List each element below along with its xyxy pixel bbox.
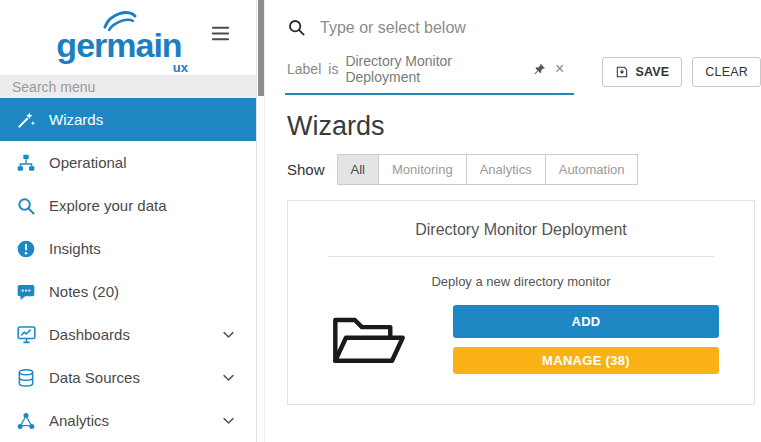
card-description: Deploy a new directory monitor bbox=[288, 274, 754, 289]
chevron-down-icon bbox=[221, 370, 236, 385]
pin-icon[interactable] bbox=[533, 63, 546, 76]
magic-wand-icon bbox=[14, 110, 38, 130]
sidebar-item-label: Explore your data bbox=[49, 197, 167, 214]
filter-operator: is bbox=[328, 61, 338, 77]
open-folder-icon bbox=[330, 311, 408, 368]
show-label: Show bbox=[287, 161, 325, 178]
sidebar-item-explore-your-data[interactable]: Explore your data bbox=[0, 184, 256, 227]
page-title: Wizards bbox=[287, 111, 761, 142]
add-button[interactable]: ADD bbox=[453, 305, 719, 338]
main-content: Label is Directory Monitor Deployment × bbox=[265, 0, 761, 442]
manage-button[interactable]: MANAGE (38) bbox=[453, 347, 719, 374]
global-search-bar bbox=[277, 0, 761, 47]
sidebar-menu: Wizards Operational bbox=[0, 98, 256, 442]
sitemap-icon bbox=[14, 153, 38, 173]
sidebar-item-label: Data Sources bbox=[49, 369, 140, 386]
vertical-scrollbar[interactable] bbox=[256, 0, 265, 442]
sidebar-item-label: Insights bbox=[49, 240, 101, 257]
clear-button-label: CLEAR bbox=[705, 65, 748, 79]
tab-monitoring[interactable]: Monitoring bbox=[378, 154, 467, 185]
sidebar-item-label: Notes (20) bbox=[49, 283, 119, 300]
sidebar-item-insights[interactable]: Insights bbox=[0, 227, 256, 270]
search-icon bbox=[14, 196, 38, 216]
filter-value: Directory Monitor Deployment bbox=[345, 53, 516, 85]
filter-field: Label bbox=[287, 61, 321, 77]
card-body-row: ADD MANAGE (38) bbox=[288, 305, 754, 374]
card-title: Directory Monitor Deployment bbox=[288, 221, 754, 239]
wizard-card: Directory Monitor Deployment Deploy a ne… bbox=[287, 200, 755, 405]
clear-button[interactable]: CLEAR bbox=[692, 57, 761, 87]
sidebar-item-label: Operational bbox=[49, 154, 127, 171]
alert-circle-icon bbox=[14, 239, 38, 259]
close-icon[interactable]: × bbox=[553, 61, 566, 77]
card-actions: ADD MANAGE (38) bbox=[453, 305, 719, 374]
network-icon bbox=[14, 411, 38, 431]
search-icon bbox=[287, 18, 306, 37]
tab-analytics[interactable]: Analytics bbox=[466, 154, 546, 185]
chat-bubble-icon bbox=[14, 282, 38, 302]
card-divider bbox=[328, 256, 714, 257]
sidebar-item-wizards[interactable]: Wizards bbox=[0, 98, 256, 141]
save-button[interactable]: SAVE bbox=[602, 57, 682, 87]
save-button-label: SAVE bbox=[635, 65, 669, 79]
sidebar-item-label: Wizards bbox=[49, 111, 103, 128]
global-search-input[interactable] bbox=[320, 19, 751, 37]
brand-logo: germain ux bbox=[24, 8, 214, 75]
tab-all[interactable]: All bbox=[337, 154, 379, 185]
chevron-down-icon bbox=[221, 327, 236, 342]
app-window: germain ux Wizards bbox=[0, 0, 761, 442]
sidebar-item-label: Analytics bbox=[49, 412, 109, 429]
chevron-down-icon bbox=[221, 413, 236, 428]
sidebar-item-data-sources[interactable]: Data Sources bbox=[0, 356, 256, 399]
tab-automation[interactable]: Automation bbox=[545, 154, 639, 185]
filter-bar: Label is Directory Monitor Deployment × bbox=[277, 49, 761, 95]
filter-chip[interactable]: Label is Directory Monitor Deployment × bbox=[285, 49, 574, 95]
sidebar-header: germain ux bbox=[0, 0, 256, 75]
save-disk-icon bbox=[615, 65, 629, 79]
sidebar-item-notes[interactable]: Notes (20) bbox=[0, 270, 256, 313]
brand-name: germain bbox=[56, 26, 181, 64]
category-tabs: All Monitoring Analytics Automation bbox=[337, 154, 639, 185]
monitor-icon bbox=[14, 324, 38, 345]
database-icon bbox=[14, 368, 38, 388]
sidebar-search-input[interactable] bbox=[0, 79, 256, 95]
sidebar-item-analytics[interactable]: Analytics bbox=[0, 399, 256, 442]
show-filter-row: Show All Monitoring Analytics Automation bbox=[277, 154, 761, 185]
sidebar-search bbox=[0, 75, 256, 98]
sidebar: germain ux Wizards bbox=[0, 0, 256, 442]
sidebar-item-operational[interactable]: Operational bbox=[0, 141, 256, 184]
sidebar-item-label: Dashboards bbox=[49, 326, 130, 343]
scrollbar-thumb[interactable] bbox=[258, 0, 264, 96]
sidebar-item-dashboards[interactable]: Dashboards bbox=[0, 313, 256, 356]
hamburger-menu-icon[interactable] bbox=[209, 22, 232, 49]
